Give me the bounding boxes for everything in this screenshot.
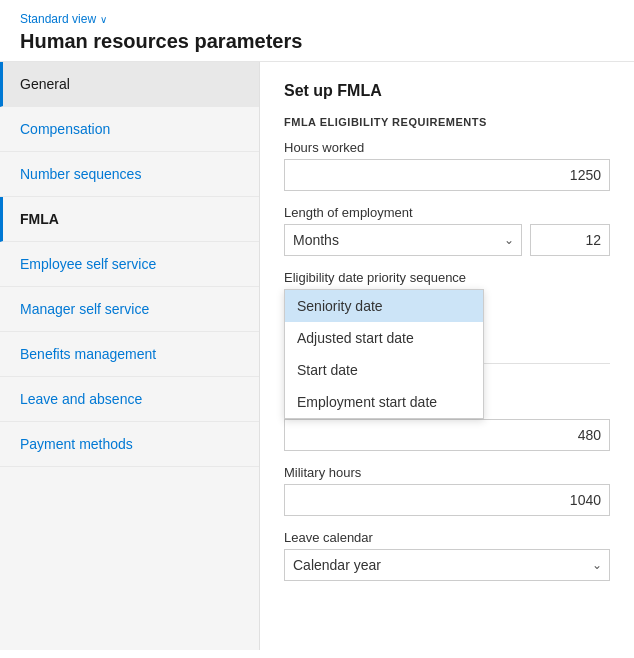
main-content: Set up FMLA FMLA ELIGIBILITY REQUIREMENT… [260, 62, 634, 650]
dropdown-item-seniority-date[interactable]: Seniority date [285, 290, 483, 322]
military-hours-input[interactable] [284, 484, 610, 516]
sidebar-item-fmla[interactable]: FMLA [0, 197, 259, 242]
sidebar-item-general[interactable]: General [0, 62, 259, 107]
hours-worked-input[interactable] [284, 159, 610, 191]
section-title: Set up FMLA [284, 82, 610, 100]
sidebar-item-label: General [20, 76, 70, 92]
sidebar: General Compensation Number sequences FM… [0, 62, 260, 650]
sidebar-item-label: Manager self service [20, 301, 149, 317]
sidebar-item-payment-methods[interactable]: Payment methods [0, 422, 259, 467]
content-area: General Compensation Number sequences FM… [0, 62, 634, 650]
sidebar-item-manager-self-service[interactable]: Manager self service [0, 287, 259, 332]
eligibility-subsection-title: FMLA ELIGIBILITY REQUIREMENTS [284, 116, 610, 128]
length-of-employment-label: Length of employment [284, 205, 610, 220]
length-of-employment-group: Length of employment Months Weeks Days Y… [284, 205, 610, 256]
standard-hours-input[interactable] [284, 419, 610, 451]
sidebar-item-compensation[interactable]: Compensation [0, 107, 259, 152]
eligibility-dropdown-list: Seniority date Adjusted start date Start… [284, 289, 484, 419]
eligibility-date-group: Eligibility date priority sequence Senio… [284, 270, 610, 349]
sidebar-item-label: Employee self service [20, 256, 156, 272]
page-title: Human resources parameters [20, 30, 614, 53]
eligibility-date-label: Eligibility date priority sequence [284, 270, 610, 285]
leave-calendar-select[interactable]: Calendar year Fiscal year [284, 549, 610, 581]
sidebar-item-label: Benefits management [20, 346, 156, 362]
hours-worked-group: Hours worked [284, 140, 610, 191]
length-employment-select[interactable]: Months Weeks Days Years [284, 224, 522, 256]
chevron-down-icon: ∨ [100, 14, 107, 25]
sidebar-item-label: Leave and absence [20, 391, 142, 407]
sidebar-item-number-sequences[interactable]: Number sequences [0, 152, 259, 197]
sidebar-item-label: FMLA [20, 211, 59, 227]
length-employment-number-input[interactable] [530, 224, 610, 256]
sidebar-item-label: Compensation [20, 121, 110, 137]
standard-view-button[interactable]: Standard view ∨ [20, 12, 614, 26]
dropdown-item-employment-start-date[interactable]: Employment start date [285, 386, 483, 418]
sidebar-item-label: Number sequences [20, 166, 141, 182]
length-employment-select-wrapper: Months Weeks Days Years ⌄ [284, 224, 522, 256]
leave-calendar-label: Leave calendar [284, 530, 610, 545]
leave-calendar-select-wrapper: Calendar year Fiscal year ⌄ [284, 549, 610, 581]
sidebar-item-benefits-management[interactable]: Benefits management [0, 332, 259, 377]
sidebar-item-label: Payment methods [20, 436, 133, 452]
hours-worked-label: Hours worked [284, 140, 610, 155]
page-header: Standard view ∨ Human resources paramete… [0, 0, 634, 62]
military-hours-label: Military hours [284, 465, 610, 480]
standard-view-label: Standard view [20, 12, 96, 26]
priority-row: Seniority date Adjusted start date Start… [284, 289, 610, 349]
sidebar-item-leave-and-absence[interactable]: Leave and absence [0, 377, 259, 422]
dropdown-item-start-date[interactable]: Start date [285, 354, 483, 386]
sidebar-item-employee-self-service[interactable]: Employee self service [0, 242, 259, 287]
dropdown-item-adjusted-start-date[interactable]: Adjusted start date [285, 322, 483, 354]
military-hours-group: Military hours [284, 465, 610, 516]
leave-calendar-group: Leave calendar Calendar year Fiscal year… [284, 530, 610, 581]
